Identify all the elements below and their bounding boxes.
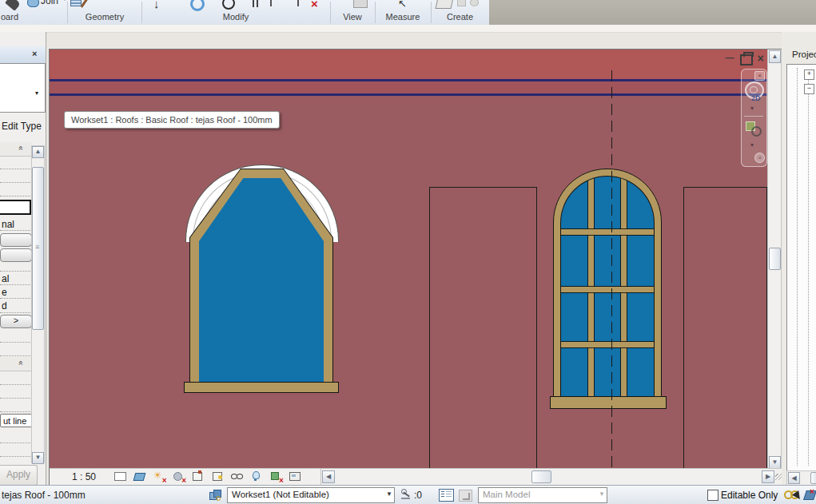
join-icon[interactable] <box>27 0 39 7</box>
wall-band-top[interactable] <box>50 50 767 79</box>
centerline[interactable] <box>611 70 612 468</box>
pentagon-window-sill[interactable] <box>184 382 339 393</box>
zoom-dropdown-icon[interactable]: ▾ <box>750 141 754 149</box>
temporary-view-properties-icon[interactable] <box>289 470 301 482</box>
drawing-canvas[interactable]: Workset1 : Roofs : Basic Roof : tejas Ro… <box>50 50 767 468</box>
circle-icon[interactable] <box>222 0 235 10</box>
property-row-label[interactable]: al <box>0 272 30 285</box>
shadows-icon[interactable]: × <box>173 470 185 482</box>
ribbon-panel-measure[interactable]: Measure <box>375 11 431 22</box>
workset-dropdown-icon[interactable]: ▼ <box>386 490 392 498</box>
navigation-bar[interactable]: × 2D ▾ ▾ ≡ <box>741 69 767 167</box>
project-browser-title[interactable]: Projec <box>792 50 816 59</box>
sun-path-icon[interactable]: ☀× <box>153 470 165 482</box>
ribbon-panel-create[interactable]: Create <box>431 11 489 22</box>
view-box-icon[interactable] <box>353 0 368 8</box>
property-row[interactable] <box>0 430 30 443</box>
properties-group-header[interactable]: » <box>0 357 31 371</box>
scrollbar-thumb[interactable] <box>531 470 551 483</box>
scroll-up-button[interactable]: ▲ <box>32 146 44 158</box>
scroll-up-button[interactable]: ▲ <box>769 50 781 63</box>
show-crop-region-icon[interactable] <box>212 470 224 482</box>
move-down-arrow-icon[interactable]: ↓ <box>153 0 160 10</box>
arched-window-frame[interactable] <box>553 169 662 397</box>
browser-horizontal-scrollbar[interactable]: ◀ <box>786 470 816 486</box>
scroll-left-button[interactable]: ◀ <box>788 472 800 484</box>
worksharing-dialog-icon[interactable] <box>439 489 454 502</box>
properties-title-bar[interactable]: × <box>0 46 46 64</box>
detail-level-icon[interactable] <box>114 470 126 482</box>
scroll-down-button[interactable]: ▼ <box>32 452 44 464</box>
property-row[interactable] <box>0 371 30 385</box>
tree-expand-node[interactable]: + <box>804 69 814 80</box>
ribbon-panel-clipboard[interactable]: oard <box>0 11 33 22</box>
tree-collapse-node[interactable]: − <box>804 84 814 94</box>
delete-icon[interactable]: × <box>311 0 318 10</box>
create-box-icon[interactable] <box>436 0 454 9</box>
property-row[interactable] <box>0 385 30 399</box>
property-row[interactable] <box>0 170 30 183</box>
type-selector[interactable]: ▾ <box>0 63 46 113</box>
scrollbar-thumb[interactable] <box>769 248 781 270</box>
wall-panel-outline[interactable] <box>429 187 537 468</box>
ribbon-panel-view[interactable]: View <box>330 11 375 22</box>
magnifier-icon[interactable] <box>751 126 762 137</box>
split-icon[interactable] <box>253 0 254 7</box>
property-row-label[interactable]: nal <box>0 218 30 231</box>
properties-close-icon[interactable]: × <box>32 49 37 58</box>
active-workset-select[interactable]: Workset1 (Not Editable) ▼ <box>227 487 395 503</box>
property-row[interactable] <box>0 443 30 457</box>
worksets-icon[interactable] <box>209 489 222 501</box>
view-restore-button[interactable] <box>740 54 753 65</box>
scroll-left-button[interactable]: ◀ <box>322 470 335 483</box>
view-scale[interactable]: 1 : 50 <box>72 471 96 482</box>
property-row[interactable] <box>0 329 30 343</box>
arched-window-glass[interactable] <box>561 177 654 396</box>
rotate-icon[interactable] <box>190 0 205 11</box>
edit-type-button[interactable]: Edit Type <box>2 121 42 132</box>
canvas-horizontal-scrollbar[interactable]: ◀ ▶ <box>320 468 782 485</box>
wall-panel-outline-2[interactable] <box>683 187 767 468</box>
scroll-down-button[interactable]: ▼ <box>769 456 781 469</box>
collapse-group-icon[interactable]: » <box>16 148 25 151</box>
project-browser-tree[interactable]: + − <box>786 64 816 472</box>
property-row-label[interactable]: e <box>0 286 30 299</box>
select-elements-icon[interactable] <box>784 488 802 502</box>
align-icon[interactable] <box>270 0 280 6</box>
offset-icon[interactable] <box>289 0 299 6</box>
editable-only-label[interactable]: Editable Only <box>721 490 778 501</box>
property-row[interactable] <box>0 157 30 169</box>
temporary-hide-isolate-icon[interactable] <box>250 470 262 482</box>
properties-group-header[interactable]: » <box>0 142 31 157</box>
match-properties-brush-icon[interactable] <box>5 0 21 11</box>
property-button[interactable] <box>0 248 32 262</box>
property-row-label[interactable]: d <box>0 300 30 313</box>
filter-selection-icon[interactable]: × <box>805 489 816 501</box>
worksharing-display-icon[interactable]: × <box>270 470 282 482</box>
property-row[interactable] <box>0 184 30 196</box>
scrollbar-thumb[interactable]: ≡ <box>32 167 44 330</box>
canvas-vertical-scrollbar[interactable]: ▲ ▼ <box>767 50 782 469</box>
property-value-input[interactable] <box>0 200 31 215</box>
wheel-dropdown-icon[interactable]: ▾ <box>750 105 754 112</box>
wall-band-middle[interactable] <box>50 81 767 93</box>
navbar-close-icon[interactable]: × <box>754 71 765 81</box>
scroll-right-button[interactable]: ▶ <box>762 470 774 483</box>
arched-window-sill[interactable] <box>550 396 667 409</box>
navbar-handle-icon[interactable]: ≡ <box>754 153 765 163</box>
ribbon-panel-geometry[interactable]: Geometry <box>68 11 141 22</box>
view-minimize-button[interactable]: — <box>723 53 736 64</box>
hammer-icon[interactable] <box>81 0 89 8</box>
resize-grip[interactable] <box>775 474 782 480</box>
property-row[interactable] <box>0 263 30 272</box>
join-button-label[interactable]: Join <box>41 0 58 6</box>
type-selector-dropdown-icon[interactable]: ▾ <box>35 89 38 97</box>
editable-only-checkbox[interactable] <box>707 490 718 501</box>
collapse-group-icon[interactable]: » <box>16 363 25 366</box>
properties-scrollbar[interactable]: ▲ ≡ ▼ <box>31 145 45 463</box>
view-close-button[interactable]: × <box>754 52 766 64</box>
roof-level-line-2[interactable] <box>50 93 767 96</box>
crop-view-icon[interactable] <box>192 470 204 482</box>
property-row[interactable] <box>0 343 30 356</box>
scrollbar-thumb[interactable] <box>810 472 816 484</box>
